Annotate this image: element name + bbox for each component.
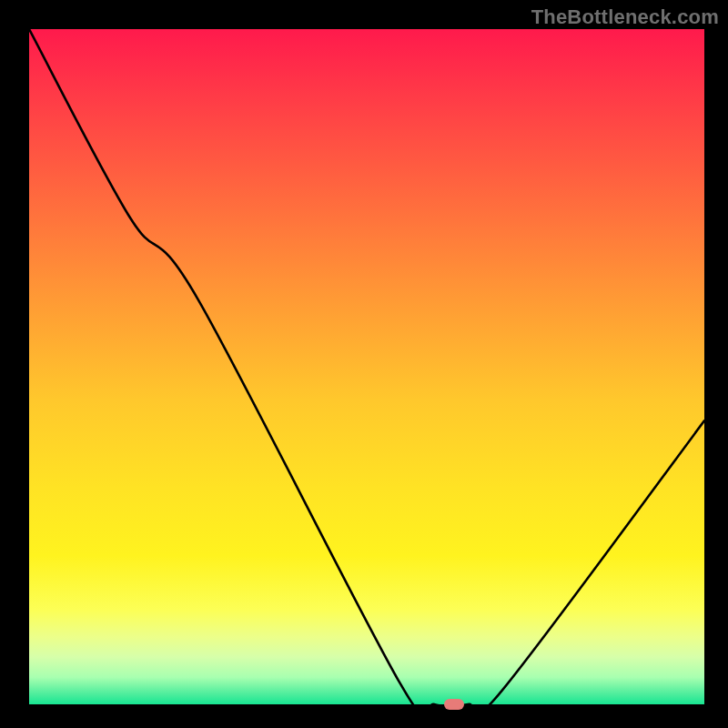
- optimal-marker: [444, 699, 464, 710]
- plot-area: [29, 29, 704, 704]
- chart-frame: TheBottleneck.com: [0, 0, 728, 728]
- curve-line: [29, 29, 704, 704]
- watermark-text: TheBottleneck.com: [531, 5, 719, 29]
- bottleneck-curve: [29, 29, 704, 704]
